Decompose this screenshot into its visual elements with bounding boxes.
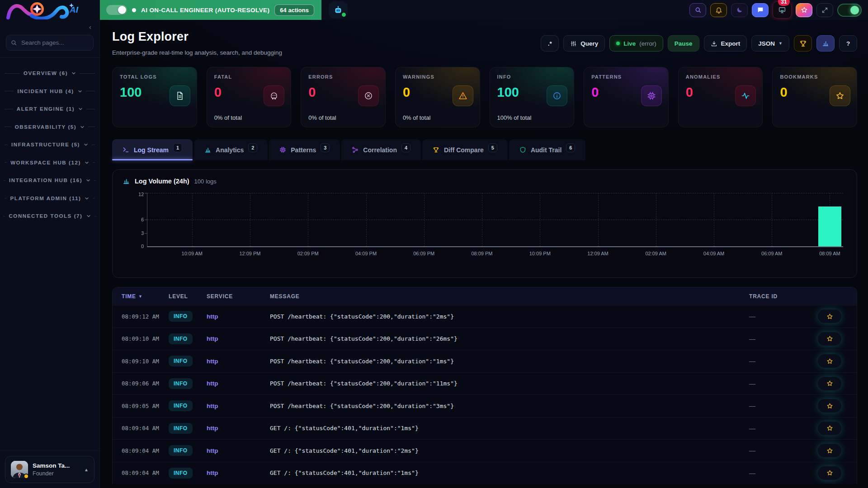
nova-ai-logo-graphic: AI [4, 0, 87, 19]
x-axis-tick: 02:09 AM [645, 251, 666, 256]
tab-label: Diff Compare [444, 146, 484, 154]
bookmark-button[interactable] [818, 466, 841, 480]
bookmark-button[interactable] [818, 332, 841, 346]
sidebar-item-label: INCIDENT HUB (4) [17, 89, 74, 94]
log-message: POST /heartbeat: {"statusCode":200,"dura… [270, 313, 749, 320]
tab-label: Correlation [363, 146, 397, 154]
ai-oncall-toggle[interactable] [106, 5, 127, 15]
y-axis-tick: 0 [141, 244, 144, 249]
user-menu-caret-icon[interactable]: ▲ [84, 467, 89, 472]
bookmark-button[interactable] [818, 354, 841, 368]
table-row[interactable]: 08:09:04 AM INFO http GET /: {"statusCod… [113, 417, 857, 440]
chat-button[interactable] [752, 3, 769, 17]
y-axis-tick: 6 [141, 217, 144, 222]
ai-assistant-button[interactable] [329, 1, 348, 19]
bookmark-button[interactable] [818, 399, 841, 413]
sidebar-item-overview[interactable]: OVERVIEW (6) [5, 70, 95, 76]
regex-toggle-button[interactable]: .* [541, 35, 559, 52]
tab-badge: 2 [248, 143, 257, 152]
achievements-button[interactable] [794, 35, 812, 52]
level-badge: INFO [169, 400, 193, 411]
monitor-button[interactable]: 31 [773, 1, 792, 19]
shield-icon [519, 146, 526, 153]
live-status-button[interactable]: Live (error) [609, 35, 663, 52]
table-row[interactable]: 08:09:04 AM INFO http GET /: {"statusCod… [113, 439, 857, 462]
live-dot [616, 42, 620, 45]
log-message: POST /heartbeat: {"statusCode":200,"dura… [270, 403, 749, 409]
sidebar-search [6, 35, 94, 51]
tab-label: Analytics [216, 146, 244, 154]
level-badge: INFO [169, 333, 193, 344]
notifications-button[interactable] [710, 3, 727, 17]
chevron-down-icon [85, 196, 89, 201]
sidebar-item-alert-engine[interactable]: ALERT ENGINE (1) [5, 106, 95, 112]
pause-button[interactable]: Pause [668, 35, 699, 52]
y-axis-tick: 12 [138, 192, 144, 197]
star-icon [826, 469, 833, 476]
global-search-button[interactable] [689, 3, 706, 17]
sidebar-item-infrastructure[interactable]: INFRASTRUCTURE (5) [5, 142, 95, 147]
stat-subtitle: 0% of total [214, 114, 242, 121]
tab-patterns[interactable]: Patterns 3 [269, 139, 340, 160]
sidebar-item-label: PLATFORM ADMIN (11) [10, 196, 81, 201]
user-profile-card[interactable]: Samson Ta... Founder ▲ [5, 456, 94, 483]
toggle-knob [850, 6, 859, 14]
format-select[interactable]: JSON▼ [751, 35, 789, 52]
tab-log-stream[interactable]: Log Stream 1 [112, 139, 193, 160]
skull-icon [264, 85, 284, 106]
sidebar-item-incident-hub[interactable]: INCIDENT HUB (4) [5, 89, 95, 94]
favorites-button[interactable] [796, 3, 812, 17]
column-header-message: MESSAGE [270, 293, 749, 300]
file-text-icon [170, 85, 190, 106]
fullscreen-button[interactable] [816, 3, 833, 17]
sidebar-item-integration-hub[interactable]: INTEGRATION HUB (16) [5, 178, 95, 183]
chevron-down-icon [78, 107, 83, 111]
chart-view-button[interactable] [816, 35, 835, 52]
nova-ai-logo[interactable]: AI [0, 0, 100, 20]
volume-bar[interactable] [818, 206, 841, 247]
dark-mode-button[interactable] [731, 3, 748, 17]
cpu-chip-icon [641, 85, 662, 106]
table-row[interactable]: 08:09:04 AM INFO http GET /: {"statusCod… [113, 462, 857, 484]
table-row[interactable]: 08:09:05 AM INFO http POST /heartbeat: {… [113, 394, 857, 417]
bookmark-button[interactable] [818, 377, 841, 390]
table-row[interactable]: 08:09:10 AM INFO http POST /heartbeat: {… [113, 350, 857, 372]
log-time: 08:09:10 AM [122, 335, 169, 342]
star-icon [826, 447, 833, 454]
log-service: http [207, 313, 270, 320]
x-circle-icon [358, 85, 379, 106]
sidebar-item-label: CONNECTED TOOLS (7) [9, 213, 82, 219]
log-table: TIME▼ LEVEL SERVICE MESSAGE TRACE ID 08:… [112, 287, 857, 484]
sidebar-item-observability[interactable]: OBSERVABILITY (5) [5, 124, 95, 130]
bookmark-button[interactable] [818, 444, 841, 457]
export-button[interactable]: Export [704, 35, 747, 52]
bookmark-button[interactable] [818, 310, 841, 323]
x-axis-tick: 12:09 PM [239, 251, 260, 256]
sidebar-item-connected-tools[interactable]: CONNECTED TOOLS (7) [5, 213, 95, 219]
column-header-time[interactable]: TIME▼ [122, 293, 169, 300]
log-time: 08:09:06 AM [122, 380, 169, 387]
query-builder-button[interactable]: Query [563, 35, 605, 52]
page-title: Log Explorer [112, 30, 282, 44]
sidebar-item-workspace-hub[interactable]: WORKSPACE HUB (12) [5, 160, 95, 165]
tab-correlation[interactable]: Correlation 4 [341, 139, 421, 160]
tab-diff-compare[interactable]: Diff Compare 5 [422, 139, 508, 160]
sidebar-item-platform-admin[interactable]: PLATFORM ADMIN (11) [5, 196, 95, 201]
sidebar-collapse-button[interactable]: ‹ [89, 23, 91, 31]
stat-subtitle: 100% of total [497, 114, 532, 121]
chevron-down-icon [78, 89, 82, 94]
help-button[interactable]: ? [839, 35, 857, 52]
main-content: Log Explorer Enterprise-grade real-time … [100, 20, 868, 488]
bookmark-button[interactable] [818, 422, 841, 435]
search-input[interactable] [6, 35, 94, 51]
trophy-icon [433, 146, 439, 153]
tab-audit-trail[interactable]: Audit Trail 6 [509, 139, 585, 160]
terminal-icon [123, 146, 129, 153]
tab-analytics[interactable]: Analytics 2 [194, 139, 268, 160]
table-row[interactable]: 08:09:10 AM INFO http POST /heartbeat: {… [113, 328, 857, 350]
theme-toggle[interactable] [837, 4, 862, 17]
sidebar-item-label: INFRASTRUCTURE (5) [11, 142, 80, 147]
sidebar: ‹ OVERVIEW (6) INCIDENT HUB (4) ALERT EN… [0, 20, 100, 488]
table-row[interactable]: 08:09:06 AM INFO http POST /heartbeat: {… [113, 372, 857, 395]
table-row[interactable]: 08:09:12 AM INFO http POST /heartbeat: {… [113, 305, 857, 328]
